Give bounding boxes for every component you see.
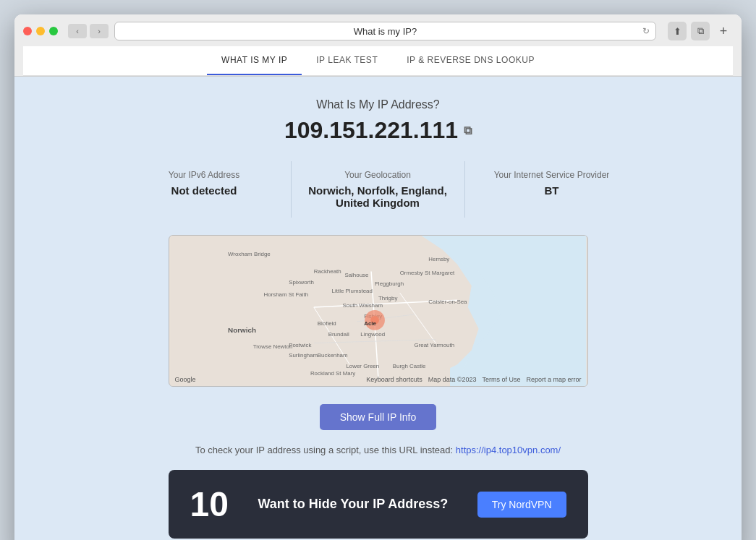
show-ip-button-wrapper: Show Full IP Info <box>29 404 727 430</box>
browser-window: ‹ › What is my IP? ↻ ⬆ ⧉ + WHAT IS MY IP… <box>14 14 742 540</box>
svg-text:Wroxham Bridge: Wroxham Bridge <box>228 251 271 257</box>
svg-text:Trowse Newton: Trowse Newton <box>252 343 292 350</box>
svg-text:Horsham St Faith: Horsham St Faith <box>263 291 308 298</box>
svg-text:Blofield: Blofield <box>317 320 336 327</box>
svg-text:Surlingham: Surlingham <box>289 352 318 359</box>
ip-address-value: 109.151.221.111 <box>284 117 458 144</box>
svg-text:Spixworth: Spixworth <box>289 279 314 286</box>
isp-value: BT <box>480 184 624 197</box>
svg-text:Norwich: Norwich <box>228 326 256 334</box>
tab-ip-leak-test[interactable]: IP LEAK TEST <box>302 46 392 75</box>
minimize-button[interactable] <box>36 27 45 35</box>
ip-section: What Is My IP Address? 109.151.221.111 ⧉ <box>29 98 727 144</box>
svg-text:Burgh Castle: Burgh Castle <box>392 363 425 369</box>
map-attribution-right: Keyboard shortcuts Map data ©2023 Terms … <box>366 376 581 383</box>
page-title: What Is My IP Address? <box>29 98 727 111</box>
address-bar-text: What is my IP? <box>354 26 417 37</box>
svg-text:South Walsham: South Walsham <box>342 302 383 309</box>
terms-link[interactable]: Terms of Use <box>482 376 520 383</box>
ipv6-label: Your IPv6 Address <box>132 170 276 180</box>
info-cards: Your IPv6 Address Not detected Your Geol… <box>29 161 727 218</box>
svg-text:Rackheath: Rackheath <box>313 268 341 275</box>
isp-label: Your Internet Service Provider <box>480 170 624 180</box>
svg-text:Great Yarmouth: Great Yarmouth <box>414 342 454 348</box>
back-button[interactable]: ‹ <box>68 24 87 38</box>
traffic-lights <box>23 27 58 35</box>
geolocation-card: Your Geolocation Norwich, Norfolk, Engla… <box>292 161 465 218</box>
copy-ip-icon[interactable]: ⧉ <box>464 124 472 137</box>
site-nav: WHAT IS MY IP IP LEAK TEST IP & REVERSE … <box>23 46 733 76</box>
address-bar[interactable]: What is my IP? ↻ <box>114 22 656 40</box>
svg-text:Fleggburgh: Fleggburgh <box>375 280 404 287</box>
browser-actions: ⬆ ⧉ + <box>668 22 733 40</box>
svg-text:Lingwood: Lingwood <box>360 331 385 338</box>
main-content: What Is My IP Address? 109.151.221.111 ⧉… <box>14 77 742 540</box>
script-url-link[interactable]: https://ip4.top10vpn.com/ <box>456 445 561 455</box>
nav-buttons: ‹ › <box>68 24 109 38</box>
new-tab-button[interactable]: + <box>714 22 733 40</box>
isp-card: Your Internet Service Provider BT <box>465 161 639 218</box>
share-button[interactable]: ⬆ <box>668 22 687 40</box>
script-url-section: To check your IP address using a script,… <box>29 445 727 455</box>
ipv6-card: Your IPv6 Address Not detected <box>118 161 292 218</box>
geolocation-value: Norwich, Norfolk, England, United Kingdo… <box>306 184 450 209</box>
map-data-text: Map data ©2023 <box>428 376 477 383</box>
svg-text:Hemsby: Hemsby <box>428 256 449 262</box>
ip-address-display: 109.151.221.111 ⧉ <box>29 117 727 144</box>
close-button[interactable] <box>23 27 32 35</box>
hide-cta-number: 10 <box>190 484 229 524</box>
hide-cta-title: Want to Hide Your IP Address? <box>258 497 448 512</box>
sidebar-button[interactable]: ⧉ <box>691 22 710 40</box>
map-container[interactable]: Norwich Horsham St Faith Spixworth Rackh… <box>169 235 588 387</box>
reload-button[interactable]: ↻ <box>642 26 650 36</box>
svg-text:Thrigby: Thrigby <box>378 295 397 301</box>
maximize-button[interactable] <box>49 27 58 35</box>
browser-chrome: ‹ › What is my IP? ↻ ⬆ ⧉ + WHAT IS MY IP… <box>14 14 742 77</box>
svg-text:Brundall: Brundall <box>328 331 349 338</box>
hide-cta-banner: 10 Want to Hide Your IP Address? Try Nor… <box>169 470 588 539</box>
svg-text:Salhouse: Salhouse <box>344 272 369 278</box>
tab-what-is-my-ip[interactable]: WHAT IS MY IP <box>207 46 302 75</box>
forward-button[interactable]: › <box>90 24 109 38</box>
ipv6-value: Not detected <box>132 184 276 197</box>
svg-text:Ormesby St Margaret: Ormesby St Margaret <box>399 270 454 276</box>
show-full-ip-button[interactable]: Show Full IP Info <box>320 404 437 430</box>
keyboard-shortcuts-link[interactable]: Keyboard shortcuts <box>366 376 422 383</box>
map-attribution: Google <box>175 376 196 383</box>
svg-text:Caister-on-Sea: Caister-on-Sea <box>428 299 467 305</box>
tab-ip-reverse-dns[interactable]: IP & REVERSE DNS LOOKUP <box>392 46 549 75</box>
svg-text:Little Plumstead: Little Plumstead <box>331 288 372 294</box>
report-error-link[interactable]: Report a map error <box>526 376 581 383</box>
svg-text:Rockland St Mary: Rockland St Mary <box>310 370 354 377</box>
geolocation-label: Your Geolocation <box>306 170 450 180</box>
browser-titlebar: ‹ › What is my IP? ↻ ⬆ ⧉ + <box>23 22 733 40</box>
map-svg: Norwich Horsham St Faith Spixworth Rackh… <box>169 236 587 386</box>
svg-text:Acle: Acle <box>364 320 376 327</box>
try-nordvpn-button[interactable]: Try NordVPN <box>477 492 566 518</box>
svg-text:Buckenham: Buckenham <box>317 352 347 359</box>
svg-text:Lower Green: Lower Green <box>346 363 379 369</box>
script-url-text: To check your IP address using a script,… <box>195 445 453 455</box>
